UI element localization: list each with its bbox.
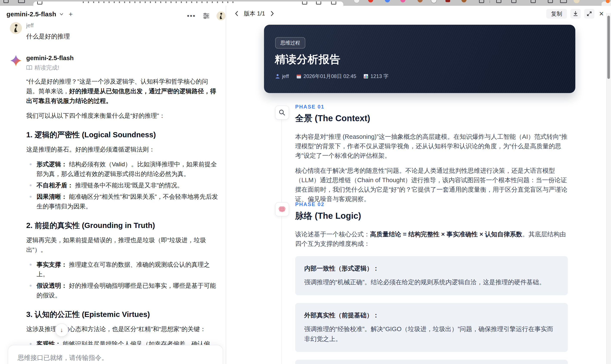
preview-actions: 复制 × <box>546 9 604 19</box>
list-item: 假设透明： 好的推理会明确指明哪些是已知事实，哪些是基于可能的假设。 <box>37 281 218 300</box>
assistant-message: gemini-2.5-flash 精读完成! “什么是好的推理？”这是一个涉及逻… <box>10 55 217 364</box>
toolbar-icon[interactable] <box>511 0 516 3</box>
extension-icon[interactable] <box>431 0 437 3</box>
scrollbar-thumb[interactable] <box>607 16 610 79</box>
phase-paragraph: 本内容是对“推理 (Reasoning)”这一抽象概念的高层建模。在知识爆炸与人… <box>295 132 568 160</box>
arrow-down-icon: ↓ <box>60 327 63 334</box>
new-chat-button[interactable]: + <box>69 11 73 18</box>
dimension-text: 强调推理的“经验校准”。解决“GIGO（垃圾进，垃圾出）”问题，确保推理引擎运行… <box>304 324 559 344</box>
report-phases: PHASE 01 全景 (The Context) 本内容是对“推理 (Reas… <box>264 102 576 364</box>
toolbar-icon[interactable] <box>560 0 567 3</box>
phase-heading: 脉络 (The Logic) <box>295 210 568 222</box>
report-title: 精读分析报告 <box>275 52 341 67</box>
assistant-status-text: 精读完成! <box>34 64 59 72</box>
extension-icon[interactable] <box>385 0 390 2</box>
report-badge: 思维过程 <box>275 37 305 49</box>
extension-icon[interactable] <box>368 0 373 2</box>
phase-label: PHASE 01 <box>295 104 568 110</box>
composer-placeholder: 思维接口已就绪，请传输指令。 <box>18 353 108 362</box>
url-text-clipped <box>83 1 238 3</box>
phase-1: PHASE 01 全景 (The Context) 本内容是对“推理 (Reas… <box>295 104 568 204</box>
assistant-name: gemini-2.5-flash <box>26 55 217 62</box>
model-name: gemini-2.5-flash <box>6 11 56 18</box>
fullscreen-button[interactable] <box>584 9 595 19</box>
report-meta: jeff 2026年01月08日 02:45 1213 字 <box>275 73 388 80</box>
download-button[interactable] <box>570 9 581 19</box>
scroll-to-bottom-button[interactable]: ↓ <box>55 323 68 337</box>
extension-icon[interactable] <box>461 0 466 2</box>
extension-icon[interactable] <box>417 0 423 2</box>
bar-chart-icon <box>364 74 368 79</box>
user-message-text: 什么是好的推理 <box>26 32 217 41</box>
profile-avatar[interactable] <box>574 0 580 3</box>
phase-paragraph: 该论述基于一个核心公式：高质量结论 = 结构完整性 × 事实准确性 × 认知自律… <box>295 230 568 248</box>
version-label: 版本 1/1 <box>244 10 265 17</box>
browser-nav-icon[interactable] <box>18 0 25 3</box>
calendar-icon <box>296 74 301 79</box>
toolbar-icon[interactable] <box>531 0 536 3</box>
section-heading: 1. 逻辑的严密性 (Logical Soundness) <box>26 130 218 140</box>
assistant-status: 精读完成! <box>26 64 217 72</box>
chevron-left-icon[interactable] <box>234 10 239 17</box>
chat-actions: ••• <box>187 11 226 20</box>
message-list: jeff 什么是好的推理 gemini-2.5-flash <box>10 21 217 364</box>
phase-heading: 全景 (The Context) <box>295 112 568 124</box>
dimension-text: 强调推理的“机械正确”。结论必须在给定的规则系统内逻辑自洽，这是推理的硬件基础。 <box>304 277 559 287</box>
extension-icon[interactable] <box>400 0 405 2</box>
word-count-meta: 1213 字 <box>364 73 388 80</box>
phase-label: PHASE 02 <box>295 201 568 207</box>
report-header-card: 思维过程 精读分析报告 jeff 2026年01月08日 02:45 1213 … <box>264 25 575 93</box>
preview-toolbar: 版本 1/1 复制 × <box>226 6 611 21</box>
section-intro: 这是推理的基石。好的推理必须遵循逻辑法则： <box>26 145 218 154</box>
toolbar-icon[interactable] <box>496 0 501 3</box>
preview-panel: 版本 1/1 复制 × <box>226 6 611 364</box>
chat-panel: gemini-2.5-flash + ••• <box>0 6 226 364</box>
dimension-title: 内部一致性（形式逻辑）： <box>304 264 559 273</box>
dimension-box: 外部真实性（前提基础）： 强调推理的“经验校准”。解决“GIGO（垃圾进，垃圾出… <box>295 303 568 352</box>
settings-sliders-icon[interactable] <box>202 12 210 20</box>
timeline-rail <box>281 119 282 364</box>
dimension-box: 内部一致性（形式逻辑）： 强调推理的“机械正确”。结论必须在给定的规则系统内逻辑… <box>295 256 568 295</box>
chevron-down-icon[interactable] <box>59 12 64 17</box>
browser-nav-icon[interactable] <box>3 0 9 3</box>
toolbar-divider <box>490 0 490 3</box>
user-avatar <box>10 22 22 34</box>
site-favicon <box>37 1 42 4</box>
phase-2: PHASE 02 脉络 (The Logic) 该论述基于一个核心公式：高质量结… <box>295 201 568 364</box>
model-selector[interactable]: gemini-2.5-flash + <box>6 11 73 18</box>
chevron-right-icon[interactable] <box>269 10 275 17</box>
dimension-title: 外部真实性（前提基础）： <box>304 311 559 320</box>
bookmark-icon[interactable] <box>302 1 307 4</box>
date-meta: 2026年01月08日 02:45 <box>296 73 357 80</box>
browser-toolbar <box>0 0 611 6</box>
lead-paragraph: 我们可以从以下四个维度来衡量什么是“好的推理”： <box>26 111 218 120</box>
phase-paragraph: 核心情境在于解决“思考的随意性”问题。不论是人类通过批判性思维进行决策，还是大语… <box>295 166 568 204</box>
toolbar-icon[interactable] <box>548 0 553 3</box>
list-item: 因果清晰： 能准确区分“相关性”和“因果关系”，不会轻率地将先后发生的事情归为因… <box>37 192 218 211</box>
magnifier-icon <box>275 105 289 120</box>
share-icon[interactable] <box>316 1 321 4</box>
user-message: jeff 什么是好的推理 <box>10 22 217 41</box>
extension-icon[interactable] <box>354 0 360 3</box>
list-item: 形式逻辑： 结构必须有效（Valid）。比如演绎推理中，如果前提全部为真，那么通… <box>37 159 218 179</box>
copy-button[interactable]: 复制 <box>546 9 567 19</box>
intro-paragraph: “什么是好的推理？”这是一个涉及逻辑学、认知科学和哲学核心的问题。简单来说，好的… <box>26 77 218 106</box>
toolbar-icon[interactable] <box>479 0 484 3</box>
star-icon[interactable] <box>331 1 336 4</box>
close-icon[interactable]: × <box>599 10 604 18</box>
user-avatar[interactable] <box>216 11 226 20</box>
person-icon <box>275 74 280 79</box>
user-name: jeff <box>26 22 217 29</box>
bullet-list: 形式逻辑： 结构必须有效（Valid）。比如演绎推理中，如果前提全部为真，那么通… <box>26 159 218 211</box>
message-composer[interactable]: 思维接口已就绪，请传输指令。 + <box>8 345 223 364</box>
list-item: 事实支撑： 推理建立在可靠的数据、准确的观测或公认的真理之上。 <box>37 260 218 279</box>
dimension-box: 主体伦理（认识美德）： 转向推理者的心理特征。引入奥卡姆剃刀和反向论证，旨在克服… <box>295 360 568 364</box>
extension-icon[interactable] <box>445 0 450 2</box>
version-navigator: 版本 1/1 <box>234 10 275 17</box>
app-window: gemini-2.5-flash + ••• <box>0 0 611 364</box>
more-options-icon[interactable]: ••• <box>187 13 196 19</box>
scrollbar-track[interactable] <box>606 13 611 364</box>
section-heading: 3. 认知的公正性 (Epistemic Virtues) <box>26 310 218 319</box>
address-bar[interactable] <box>33 1 343 6</box>
section-heading: 2. 前提的真实性 (Grounding in Truth) <box>26 221 218 230</box>
